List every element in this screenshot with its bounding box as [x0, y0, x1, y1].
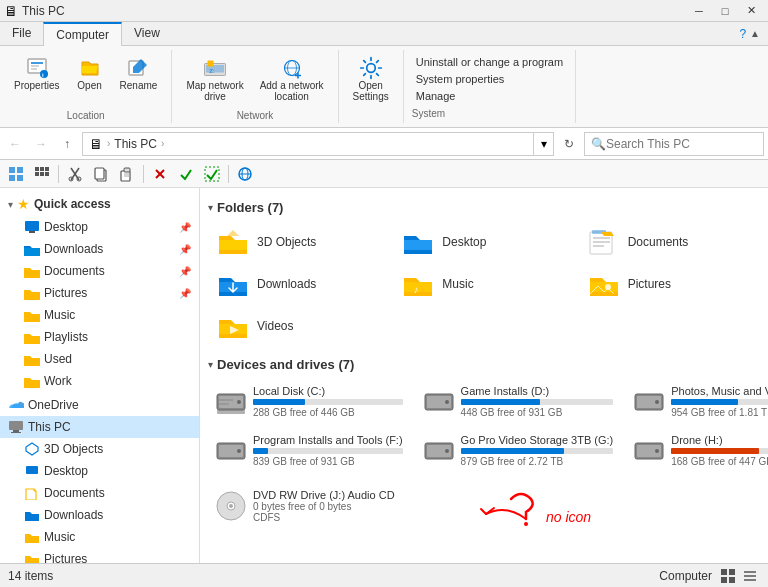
search-input[interactable]	[606, 137, 757, 151]
address-dropdown[interactable]: ▾	[534, 132, 554, 156]
ribbon-expand-icon[interactable]: ▲	[750, 28, 760, 39]
view-large-btn[interactable]	[718, 566, 738, 586]
music-pc-icon	[24, 529, 40, 545]
drive-item-dvd[interactable]: DVD RW Drive (J:) Audio CD 0 bytes free …	[208, 484, 428, 528]
copy-button[interactable]	[89, 162, 113, 186]
statusbar-computer-label: Computer	[659, 569, 712, 583]
ribbon-group-items-location: i Properties Open Rename	[8, 52, 163, 108]
view-details-btn[interactable]	[740, 566, 760, 586]
sidebar-item-onedrive[interactable]: OneDrive	[0, 394, 199, 416]
folder-videos-icon	[217, 312, 249, 340]
drive-item-f[interactable]: Program Installs and Tools (F:) 839 GB f…	[208, 429, 410, 472]
back-button[interactable]: ←	[4, 133, 26, 155]
view-large-icon-btn[interactable]	[4, 162, 28, 186]
sidebar-item-downloads[interactable]: Downloads 📌	[8, 238, 199, 260]
svg-point-75	[655, 400, 659, 404]
dvd-info: DVD RW Drive (J:) Audio CD 0 bytes free …	[253, 489, 421, 523]
folder-item-pictures[interactable]: Pictures	[579, 265, 760, 303]
settings-icon	[359, 56, 383, 80]
folder-pictures-icon	[588, 270, 620, 298]
folders-section-title: Folders (7)	[217, 200, 283, 215]
sidebar-item-music-pc[interactable]: Music	[8, 526, 199, 548]
sidebar-item-documents-pc[interactable]: Documents	[8, 482, 199, 504]
folders-section-arrow[interactable]: ▾	[208, 202, 213, 213]
used-folder-icon	[24, 351, 40, 367]
refresh-button[interactable]: ↻	[558, 133, 580, 155]
sidebar-item-desktop-pc[interactable]: Desktop	[8, 460, 199, 482]
annotation-svg: no icon	[456, 484, 656, 563]
open-settings-button[interactable]: Open Settings	[347, 52, 395, 106]
close-button[interactable]: ✕	[738, 0, 764, 22]
drive-c-bar	[253, 399, 305, 405]
network-group-label: Network	[237, 110, 274, 121]
uninstall-button[interactable]: Uninstall or change a program	[412, 54, 567, 70]
tab-view[interactable]: View	[122, 22, 172, 45]
view-medium-icon-btn[interactable]	[30, 162, 54, 186]
maximize-button[interactable]: □	[712, 0, 738, 22]
sidebar-item-used[interactable]: Used	[8, 348, 199, 370]
desktop-pc-icon	[24, 463, 40, 479]
sidebar-item-downloads-pc[interactable]: Downloads	[8, 504, 199, 526]
paste-button[interactable]	[115, 162, 139, 186]
desktop-pin: 📌	[179, 222, 191, 233]
drives-section-arrow[interactable]: ▾	[208, 359, 213, 370]
dvd-row-container: DVD RW Drive (J:) Audio CD 0 bytes free …	[208, 484, 760, 563]
folder-item-music[interactable]: ♪ Music	[393, 265, 574, 303]
thispc-children: 3D Objects Desktop Documents Downloads M…	[0, 438, 199, 563]
minimize-button[interactable]: ─	[686, 0, 712, 22]
folder-item-3dobjects[interactable]: 3D Objects	[208, 223, 389, 261]
path-item-thispc[interactable]: This PC	[114, 137, 157, 151]
open-button[interactable]: Open	[70, 52, 110, 95]
sidebar-item-desktop[interactable]: Desktop 📌	[8, 216, 199, 238]
rename-button[interactable]: Rename	[114, 52, 164, 95]
sidebar-music-pc-label: Music	[44, 530, 191, 544]
up-button[interactable]: ↑	[56, 133, 78, 155]
drive-item-h[interactable]: Drone (H:) 168 GB free of 447 GB	[626, 429, 768, 472]
sidebar-item-documents[interactable]: Documents 📌	[8, 260, 199, 282]
sidebar-item-pictures-pc[interactable]: Pictures	[8, 548, 199, 563]
ribbon: File Computer View ? ▲ i Properties	[0, 22, 768, 128]
sidebar-item-thispc[interactable]: This PC	[0, 416, 199, 438]
folder-item-desktop[interactable]: Desktop	[393, 223, 574, 261]
properties-button[interactable]: i Properties	[8, 52, 66, 95]
cut-button[interactable]	[63, 162, 87, 186]
checkmark-button[interactable]	[174, 162, 198, 186]
folder-downloads-name: Downloads	[257, 277, 316, 291]
open-icon	[78, 56, 102, 80]
delete-button[interactable]	[148, 162, 172, 186]
svg-rect-44	[29, 231, 35, 233]
drive-item-c[interactable]: Local Disk (C:) 288 GB free of 446 GB	[208, 380, 410, 423]
globe-button[interactable]	[233, 162, 257, 186]
address-path[interactable]: 🖥 › This PC ›	[82, 132, 534, 156]
sidebar-item-3dobjects[interactable]: 3D Objects	[8, 438, 199, 460]
sidebar-item-playlists[interactable]: Playlists	[8, 326, 199, 348]
ribbon-help-icon[interactable]: ?	[739, 27, 746, 41]
ribbon-group-items-settings: Open Settings	[347, 52, 395, 119]
select-all-button[interactable]	[200, 162, 224, 186]
folder-documents-icon	[588, 228, 620, 256]
tab-file[interactable]: File	[0, 22, 43, 45]
manage-label: Manage	[416, 90, 456, 102]
drive-c-info: Local Disk (C:) 288 GB free of 446 GB	[253, 385, 403, 418]
drive-item-e[interactable]: Photos, Music and Video (E:) 954 GB free…	[626, 380, 768, 423]
drive-f-name: Program Installs and Tools (F:)	[253, 434, 403, 446]
quick-access-header[interactable]: ▾ ★ Quick access	[0, 192, 199, 216]
folder-item-videos[interactable]: Videos	[208, 307, 389, 345]
drive-g-info: Go Pro Video Storage 3TB (G:) 879 GB fre…	[461, 434, 614, 467]
drive-item-g[interactable]: Go Pro Video Storage 3TB (G:) 879 GB fre…	[416, 429, 621, 472]
add-network-button[interactable]: Add a network location	[254, 52, 330, 106]
folder-item-downloads[interactable]: Downloads	[208, 265, 389, 303]
manage-button[interactable]: Manage	[412, 88, 567, 104]
sidebar-item-music[interactable]: Music	[8, 304, 199, 326]
folder-item-documents[interactable]: Documents	[579, 223, 760, 261]
system-properties-button[interactable]: System properties	[412, 71, 567, 87]
map-drive-button[interactable]: Z: Map network drive	[180, 52, 249, 106]
drive-item-d[interactable]: Game Installs (D:) 448 GB free of 931 GB	[416, 380, 621, 423]
forward-button[interactable]: →	[30, 133, 52, 155]
svg-point-16	[366, 64, 375, 73]
folder-3dobjects-icon	[217, 228, 249, 256]
sidebar-item-work[interactable]: Work	[8, 370, 199, 392]
sidebar-item-pictures[interactable]: Pictures 📌	[8, 282, 199, 304]
drive-f-space: 839 GB free of 931 GB	[253, 456, 403, 467]
tab-computer[interactable]: Computer	[43, 22, 122, 46]
